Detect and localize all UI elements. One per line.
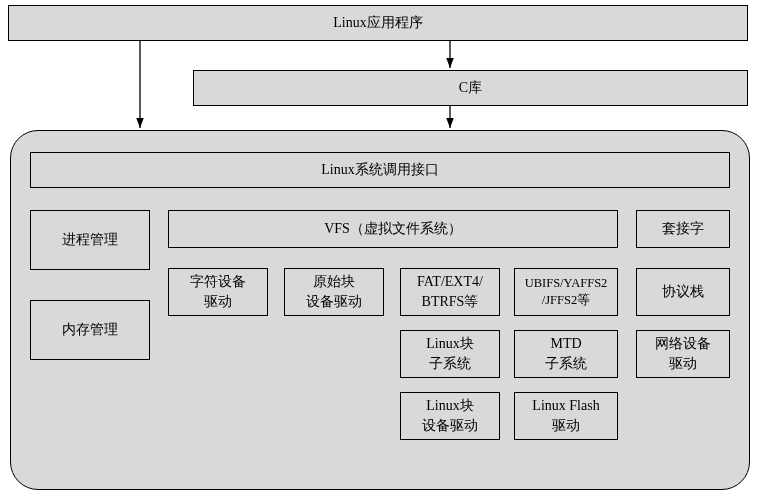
flashdrv-l2: 驱动 xyxy=(552,416,580,436)
c-library-box: C库 xyxy=(193,70,748,106)
chardrv-l1: 字符设备 xyxy=(190,272,246,292)
mtdsub-l2: 子系统 xyxy=(545,354,587,374)
syscall-interface-box: Linux系统调用接口 xyxy=(30,152,730,188)
process-mgmt-box: 进程管理 xyxy=(30,210,150,270)
chardrv-l2: 驱动 xyxy=(204,292,232,312)
blkdrv-l1: Linux块 xyxy=(426,396,473,416)
mtd-subsystem-box: MTD 子系统 xyxy=(514,330,618,378)
blksub-l1: Linux块 xyxy=(426,334,473,354)
sock-label: 套接字 xyxy=(662,219,704,239)
mtdsub-l1: MTD xyxy=(550,334,581,354)
network-device-driver-box: 网络设备 驱动 xyxy=(636,330,730,378)
app-label: Linux应用程序 xyxy=(333,13,422,33)
netdrv-l1: 网络设备 xyxy=(655,334,711,354)
fat-ext4-btrfs-box: FAT/EXT4/ BTRFS等 xyxy=(400,268,500,316)
rawblk-l1: 原始块 xyxy=(313,272,355,292)
vfs-box: VFS（虚拟文件系统） xyxy=(168,210,618,248)
linux-application-box: Linux应用程序 xyxy=(8,5,748,41)
fs2-l2: /JFFS2等 xyxy=(542,292,590,310)
clib-label: C库 xyxy=(459,78,482,98)
fs1-l2: BTRFS等 xyxy=(422,292,479,312)
linux-block-subsystem-box: Linux块 子系统 xyxy=(400,330,500,378)
linux-block-driver-box: Linux块 设备驱动 xyxy=(400,392,500,440)
proto-label: 协议栈 xyxy=(662,282,704,302)
fs2-l1: UBIFS/YAFFS2 xyxy=(525,275,608,293)
raw-block-driver-box: 原始块 设备驱动 xyxy=(284,268,384,316)
mem-label: 内存管理 xyxy=(62,320,118,340)
fs1-l1: FAT/EXT4/ xyxy=(417,272,483,292)
memory-mgmt-box: 内存管理 xyxy=(30,300,150,360)
vfs-label: VFS（虚拟文件系统） xyxy=(324,219,462,239)
char-device-driver-box: 字符设备 驱动 xyxy=(168,268,268,316)
netdrv-l2: 驱动 xyxy=(669,354,697,374)
rawblk-l2: 设备驱动 xyxy=(306,292,362,312)
socket-box: 套接字 xyxy=(636,210,730,248)
syscall-label: Linux系统调用接口 xyxy=(321,160,438,180)
blkdrv-l2: 设备驱动 xyxy=(422,416,478,436)
linux-flash-driver-box: Linux Flash 驱动 xyxy=(514,392,618,440)
protocol-stack-box: 协议栈 xyxy=(636,268,730,316)
proc-label: 进程管理 xyxy=(62,230,118,250)
flashdrv-l1: Linux Flash xyxy=(532,396,599,416)
ubifs-yaffs2-jffs2-box: UBIFS/YAFFS2 /JFFS2等 xyxy=(514,268,618,316)
blksub-l2: 子系统 xyxy=(429,354,471,374)
